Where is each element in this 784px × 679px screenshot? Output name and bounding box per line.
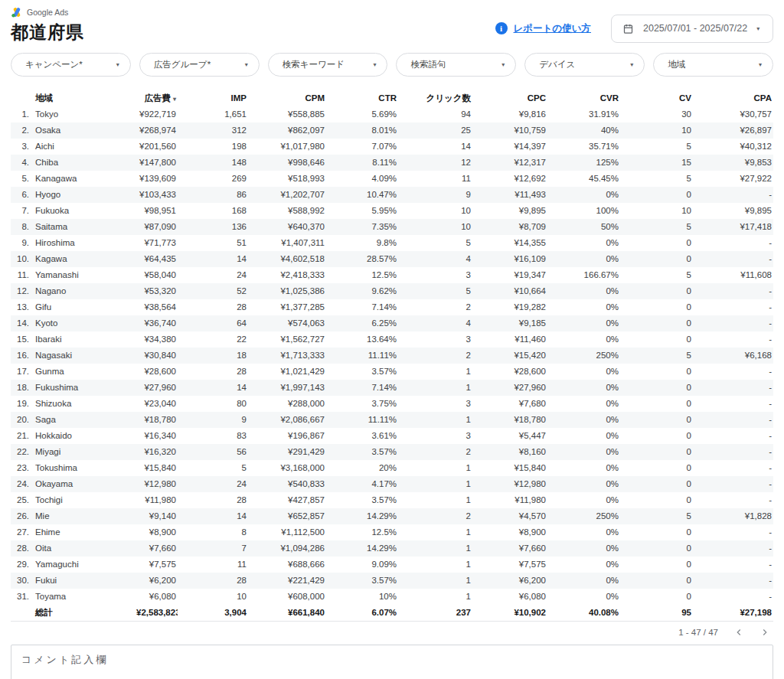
cell-value: ¥291,429: [248, 444, 326, 460]
table-row[interactable]: 27.Ehime¥8,9008¥1,112,50012.5%1¥8,9000%0…: [11, 524, 773, 540]
cell-value: 9.8%: [326, 235, 398, 251]
cell-rank: 28.: [11, 540, 34, 557]
table-row[interactable]: 11.Yamanashi¥58,04024¥2,418,33312.5%3¥19…: [11, 267, 773, 283]
table-row[interactable]: 20.Saga¥18,7809¥2,086,66711.11%1¥18,7800…: [11, 412, 773, 428]
report-help-link[interactable]: i レポートの使い方: [495, 22, 591, 35]
cell-value: 10: [620, 203, 693, 219]
table-row[interactable]: 26.Mie¥9,14014¥652,85714.29%2¥4,570250%5…: [11, 508, 773, 524]
column-header[interactable]: CTR: [326, 90, 398, 106]
cell-rank: 15.: [11, 331, 34, 348]
table-row[interactable]: 24.Okayama¥12,98024¥540,8334.17%1¥12,980…: [11, 476, 773, 492]
cell-value: 3.57%: [326, 364, 398, 380]
table-row[interactable]: 23.Tokushima¥15,8405¥3,168,00020%1¥15,84…: [11, 460, 773, 476]
cell-value: 0%: [547, 299, 620, 315]
table-header-row: 地域広告費▾IMPCPMCTRクリック数CPCCVRCVCPA: [11, 90, 773, 106]
cell-value: 0%: [547, 187, 620, 203]
column-header[interactable]: IMP: [178, 90, 248, 106]
table-row[interactable]: 14.Kyoto¥36,74064¥574,0636.25%4¥9,1850%0…: [11, 315, 773, 331]
column-header[interactable]: CPM: [248, 90, 326, 106]
cell-rank: 24.: [11, 476, 34, 492]
filter-ad-group[interactable]: 広告グループ*▾: [139, 53, 260, 77]
table-row[interactable]: 13.Gifu¥38,56428¥1,377,2857.14%2¥19,2820…: [11, 299, 773, 315]
cell-value: 8: [178, 524, 248, 540]
table-row[interactable]: 31.Toyama¥6,08010¥608,00010%1¥6,0800%0-: [11, 589, 773, 605]
table-row[interactable]: 3.Aichi¥201,560198¥1,017,9807.07%14¥14,3…: [11, 139, 773, 155]
cell-value: 198: [178, 139, 248, 155]
cell-region: Gunma: [34, 364, 135, 380]
table-row[interactable]: 12.Nagano¥53,32052¥1,025,3869.62%5¥10,66…: [11, 283, 773, 299]
cell-value: 0%: [547, 444, 620, 460]
cell-value: 94: [398, 106, 472, 122]
table-row[interactable]: 9.Hiroshima¥71,77351¥1,407,3119.8%5¥14,3…: [11, 235, 773, 251]
cell-value: 5: [620, 139, 693, 155]
filter-search-term[interactable]: 検索語句▾: [396, 53, 516, 77]
filter-campaign[interactable]: キャンペーン*▾: [11, 53, 131, 77]
cell-value: ¥6,200: [472, 573, 547, 589]
table-row[interactable]: 29.Yamaguchi¥7,57511¥688,6669.09%1¥7,575…: [11, 557, 773, 573]
cell-region: Hiroshima: [34, 235, 135, 251]
table-row[interactable]: 28.Oita¥7,6607¥1,094,28614.29%1¥7,6600%0…: [11, 540, 773, 557]
table-row[interactable]: 19.Shizuoka¥23,04080¥288,0003.75%3¥7,680…: [11, 396, 773, 412]
table-row[interactable]: 30.Fukui¥6,20028¥221,4293.57%1¥6,2000%0-: [11, 573, 773, 589]
cell-value: 3.75%: [326, 396, 398, 412]
chevron-right-icon[interactable]: [760, 627, 770, 638]
table-row[interactable]: 4.Chiba¥147,800148¥998,6468.11%12¥12,317…: [11, 155, 773, 171]
cell-rank: 31.: [11, 589, 34, 605]
cell-value: ¥1,407,311: [248, 235, 326, 251]
table-row[interactable]: 22.Miyagi¥16,32056¥291,4293.57%2¥8,1600%…: [11, 444, 773, 460]
date-range-picker[interactable]: 2025/07/01 - 2025/07/22 ▾: [611, 15, 773, 43]
cell-value: 30: [620, 106, 693, 122]
cell-value: ¥3,168,000: [248, 460, 326, 476]
cell-value: ¥10,664: [472, 283, 547, 299]
cell-value: 0%: [547, 524, 620, 540]
cell-value: 1,651: [178, 106, 248, 122]
cell-region: Ehime: [34, 524, 135, 540]
filter-device[interactable]: デバイス▾: [524, 53, 645, 77]
table-row[interactable]: 2.Osaka¥268,974312¥862,0978.01%25¥10,759…: [11, 122, 773, 139]
cell-value: ¥7,575: [135, 557, 178, 573]
table-row[interactable]: 21.Hokkaido¥16,34083¥196,8673.61%3¥5,447…: [11, 428, 773, 444]
table-row[interactable]: 5.Kanagawa¥139,609269¥518,9934.09%11¥12,…: [11, 171, 773, 187]
filter-region[interactable]: 地域▾: [653, 53, 773, 77]
column-header[interactable]: 広告費▾: [135, 90, 178, 106]
cell-value: ¥4,602,518: [248, 251, 326, 267]
cell-value: 0: [620, 187, 693, 203]
cell-rank: [11, 605, 34, 622]
top-bar: Google Ads 都道府県 i レポートの使い方 2025/07/01 - …: [0, 0, 784, 44]
cell-value: 4.09%: [326, 171, 398, 187]
table-row[interactable]: 18.Fukushima¥27,96014¥1,997,1437.14%1¥27…: [11, 380, 773, 396]
filter-label: 広告グループ*: [154, 59, 211, 70]
table-row[interactable]: 25.Tochigi¥11,98028¥427,8573.57%1¥11,980…: [11, 492, 773, 508]
filter-search-keyword[interactable]: 検索キーワード▾: [268, 53, 388, 77]
table-row[interactable]: 6.Hyogo¥103,43386¥1,202,70710.47%9¥11,49…: [11, 187, 773, 203]
column-header[interactable]: CPA: [693, 90, 773, 106]
column-header[interactable]: CPC: [472, 90, 547, 106]
table-row[interactable]: 1.Tokyo¥922,7191,651¥558,8855.69%94¥9,81…: [11, 106, 773, 122]
cell-rank: 18.: [11, 380, 34, 396]
cell-value: ¥9,185: [472, 315, 547, 331]
calendar-icon: [622, 23, 634, 34]
cell-value: ¥6,080: [135, 589, 178, 605]
filter-label: デバイス: [539, 59, 575, 70]
table-row[interactable]: 8.Saitama¥87,090136¥640,3707.35%10¥8,709…: [11, 219, 773, 235]
table-row[interactable]: 17.Gunma¥28,60028¥1,021,4293.57%1¥28,600…: [11, 364, 773, 380]
table-row[interactable]: 7.Fukuoka¥98,951168¥588,9925.95%10¥9,895…: [11, 203, 773, 219]
cell-value: 0: [620, 444, 693, 460]
cell-value: 7.14%: [326, 380, 398, 396]
table-row[interactable]: 15.Ibaraki¥34,38022¥1,562,72713.64%3¥11,…: [11, 331, 773, 348]
cell-region: Tochigi: [34, 492, 135, 508]
column-header[interactable]: クリック数: [398, 90, 472, 106]
column-header[interactable]: CV: [620, 90, 693, 106]
comment-box[interactable]: コメント記入欄: [11, 645, 773, 679]
cell-value: ¥1,202,707: [248, 187, 326, 203]
cell-value: 1: [398, 380, 472, 396]
chevron-left-icon[interactable]: [733, 627, 744, 638]
column-header[interactable]: CVR: [547, 90, 620, 106]
cell-value: 22: [178, 331, 248, 348]
cell-value: ¥103,433: [135, 187, 178, 203]
cell-value: -: [693, 524, 773, 540]
table-row[interactable]: 16.Nagasaki¥30,84018¥1,713,33311.11%2¥15…: [11, 348, 773, 364]
cell-value: ¥1,112,500: [248, 524, 326, 540]
column-header[interactable]: 地域: [34, 90, 135, 106]
table-row[interactable]: 10.Kagawa¥64,43514¥4,602,51828.57%4¥16,1…: [11, 251, 773, 267]
